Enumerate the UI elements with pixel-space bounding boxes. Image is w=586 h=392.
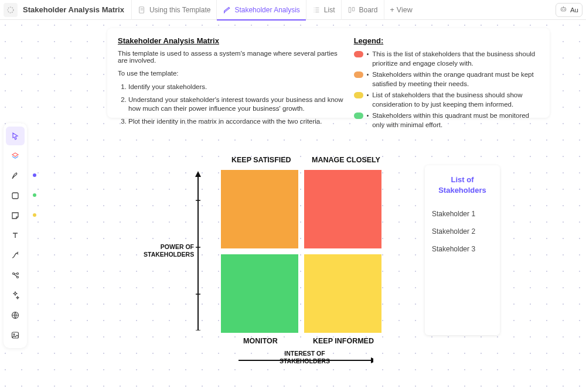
add-view-label: View (397, 6, 413, 14)
whiteboard-icon (223, 6, 231, 14)
info-step: Understand your stakeholder's interest t… (128, 96, 345, 114)
legend-row-red: • This is the list of stakeholders that … (354, 50, 539, 68)
quadrant-label-bottom-right: KEEP INFORMED (313, 337, 374, 345)
tool-palette (4, 123, 27, 348)
svg-point-0 (8, 7, 13, 13)
tab-board[interactable]: Board (341, 0, 384, 20)
matrix: KEEP SATISFIED MANAGE CLOSELY MONITOR KE… (176, 152, 422, 363)
stakeholder-list-title: List of Stakeholders (432, 175, 493, 196)
y-axis-label-1: POWER OF (159, 243, 194, 250)
doc-template-icon (138, 6, 146, 14)
info-card: Stakeholder Analysis Matrix This templat… (107, 28, 550, 118)
add-view-button[interactable]: + View (384, 0, 418, 20)
quadrant-keep-informed[interactable] (304, 254, 381, 333)
svg-point-13 (13, 334, 15, 335)
info-step-list: Identify your stakeholders. Understand y… (118, 83, 345, 126)
legend-swatch-red (354, 51, 363, 57)
legend-text: List of stakeholders that the business s… (372, 91, 539, 109)
x-axis-label-2: STAKEHOLDERS (275, 357, 334, 364)
quadrant-label-bottom-left: MONITOR (243, 337, 278, 345)
svg-marker-15 (195, 171, 201, 177)
tab-stakeholder-analysis[interactable]: Stakeholder Analysis (216, 0, 305, 20)
tab-label: Using this Template (149, 6, 211, 14)
legend-swatch-green (354, 113, 363, 119)
quadrant-label-top-right: MANAGE CLOSELY (312, 156, 380, 164)
svg-point-6 (564, 9, 565, 10)
legend-row-green: • Stakeholders within this quadrant must… (354, 111, 539, 129)
pen-tool[interactable] (6, 166, 25, 185)
tab-list[interactable]: List (306, 0, 341, 20)
info-instructions-heading: To use the template: (118, 70, 345, 77)
stakeholder-list-card[interactable]: List of Stakeholders Stakeholder 1 Stake… (425, 165, 500, 335)
info-step: Identify your stakeholders. (128, 83, 345, 92)
list-item[interactable]: Stakeholder 1 (432, 210, 493, 218)
shape-tool[interactable] (6, 186, 25, 205)
legend-text: This is the list of stakeholders that th… (372, 50, 539, 68)
list-icon (312, 6, 321, 14)
legend-title: Legend: (354, 36, 539, 45)
legend-swatch-orange (354, 71, 363, 78)
automation-label: Au (570, 6, 578, 13)
quadrant-monitor[interactable] (221, 254, 298, 333)
svg-point-5 (562, 9, 563, 10)
quadrant-keep-satisfied[interactable] (221, 170, 298, 248)
tab-using-template[interactable]: Using this Template (131, 0, 217, 20)
plus-icon: + (390, 6, 394, 14)
info-title: Stakeholder Analysis Matrix (118, 36, 345, 45)
tab-label: Stakeholder Analysis (234, 6, 299, 14)
connector-tool[interactable] (6, 246, 25, 265)
legend-swatch-yellow (354, 92, 363, 98)
svg-point-9 (17, 273, 19, 275)
svg-rect-2 (349, 7, 351, 12)
list-item[interactable]: Stakeholder 2 (432, 227, 493, 236)
sticky-tool[interactable] (6, 206, 25, 225)
legend-text: Stakeholders within the orange quadrant … (372, 70, 539, 88)
relationship-tool[interactable] (6, 266, 25, 285)
svg-rect-3 (352, 7, 355, 11)
svg-marker-21 (371, 357, 373, 363)
y-axis-arrow (195, 171, 202, 330)
x-axis-label-1: INTEREST OF (275, 350, 334, 357)
top-bar: Stakeholder Analysis Matrix Using this T… (0, 0, 586, 20)
board-icon (347, 6, 356, 14)
legend-text: Stakeholders within this quadrant must b… (372, 111, 539, 129)
automation-button[interactable]: Au (556, 3, 582, 17)
robot-icon (560, 5, 567, 14)
info-description: This template is used to assess a system… (118, 50, 345, 64)
text-tool[interactable] (6, 226, 25, 245)
legend-row-orange: • Stakeholders within the orange quadran… (354, 70, 539, 88)
info-step: Plot their identity in the matrix in acc… (128, 117, 345, 127)
svg-rect-4 (561, 8, 565, 11)
select-tool[interactable] (6, 127, 25, 145)
layers-tool[interactable] (6, 146, 25, 165)
quadrant-manage-closely[interactable] (304, 170, 381, 248)
y-axis-label-2: STAKEHOLDERS (144, 251, 194, 258)
web-tool[interactable] (6, 306, 25, 325)
ai-tool[interactable] (6, 286, 25, 305)
tab-label: Board (359, 6, 378, 14)
list-item[interactable]: Stakeholder 3 (432, 245, 493, 253)
quadrant-label-top-left: KEEP SATISFIED (231, 156, 291, 164)
image-tool[interactable] (6, 326, 25, 345)
tab-label: List (324, 6, 335, 14)
page-title: Stakeholder Analysis Matrix (23, 5, 124, 14)
doc-icon[interactable] (4, 3, 18, 17)
legend-row-yellow: • List of stakeholders that the business… (354, 91, 539, 109)
svg-rect-7 (12, 193, 18, 199)
